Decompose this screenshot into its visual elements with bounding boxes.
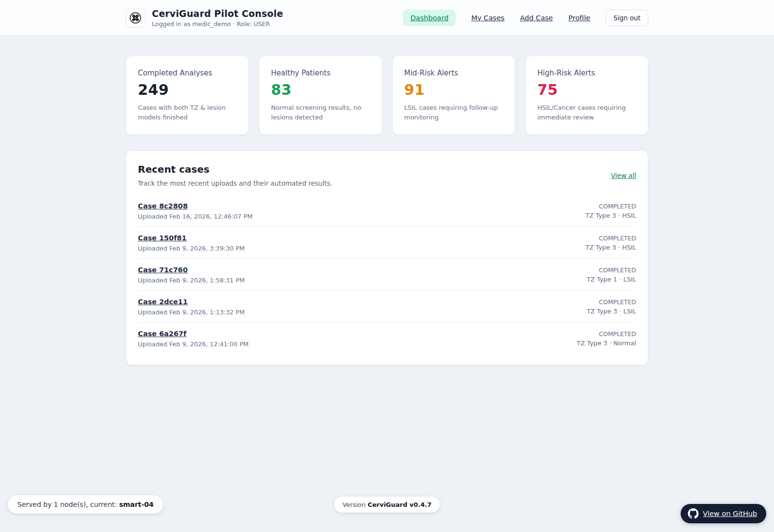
case-result: TZ Type 1 · LSIL	[587, 276, 636, 283]
case-status: COMPLETED	[585, 203, 636, 210]
case-row: Case 8c2808 Uploaded Feb 16, 2026, 12:46…	[138, 195, 636, 227]
stat-card-mid-risk-alerts: Mid-Risk Alerts 91 LSIL cases requiring …	[392, 56, 515, 135]
case-row: Case 2dce11 Uploaded Feb 9, 2026, 1:13:3…	[138, 291, 636, 323]
stat-label: Completed Analyses	[138, 69, 237, 77]
stat-card-completed-analyses: Completed Analyses 249 Cases with both T…	[126, 56, 249, 135]
case-uploaded-timestamp: Uploaded Feb 9, 2026, 12:41:00 PM	[138, 340, 249, 348]
case-list: Case 8c2808 Uploaded Feb 16, 2026, 12:46…	[138, 195, 636, 354]
case-row: Case 71c760 Uploaded Feb 9, 2026, 1:58:3…	[138, 259, 636, 291]
case-result: TZ Type 3 · LSIL	[587, 308, 636, 315]
version-label: Version	[342, 501, 368, 508]
case-result-block: COMPLETED TZ Type 3 · HSIL	[585, 235, 636, 251]
node-status-text: Served by 1 node(s), current:	[17, 501, 119, 508]
recent-cases-heading-group: Recent cases Track the most recent uploa…	[138, 163, 332, 187]
recent-cases-panel: Recent cases Track the most recent uploa…	[126, 150, 648, 365]
case-result: TZ Type 3 · Normal	[577, 340, 636, 347]
case-result-block: COMPLETED TZ Type 3 · LSIL	[587, 298, 636, 315]
stat-value: 91	[404, 81, 503, 98]
brand-text: CerviGuard Pilot Console Logged in as me…	[152, 8, 283, 28]
version-pill: Version CerviGuard v0.4.7	[334, 497, 440, 513]
case-info: Case 6a267f Uploaded Feb 9, 2026, 12:41:…	[138, 329, 249, 348]
case-result-block: COMPLETED TZ Type 1 · LSIL	[587, 266, 636, 283]
nav-dashboard[interactable]: Dashboard	[403, 10, 456, 26]
login-status: Logged in as medic_demo · Role: USER	[152, 20, 283, 28]
stat-description: Normal screening results, no lesions det…	[271, 103, 370, 122]
nav-add-case[interactable]: Add Case	[520, 14, 553, 22]
case-link[interactable]: Case 150f81	[138, 234, 187, 242]
case-info: Case 150f81 Uploaded Feb 9, 2026, 3:39:3…	[138, 233, 245, 252]
version-value: CerviGuard v0.4.7	[368, 501, 432, 508]
case-link[interactable]: Case 2dce11	[138, 298, 188, 306]
case-result-block: COMPLETED TZ Type 3 · Normal	[577, 330, 636, 347]
stat-description: LSIL cases requiring follow-up monitorin…	[404, 103, 503, 122]
case-uploaded-timestamp: Uploaded Feb 9, 2026, 1:58:31 PM	[138, 277, 245, 284]
github-icon	[688, 508, 699, 519]
stat-description: Cases with both TZ & lesion models finis…	[138, 103, 237, 122]
case-result: TZ Type 3 · HSIL	[585, 244, 636, 251]
case-uploaded-timestamp: Uploaded Feb 16, 2026, 12:46:07 PM	[138, 213, 253, 220]
node-name: smart-04	[119, 501, 153, 508]
clover-icon	[129, 12, 142, 24]
stat-value: 75	[537, 81, 636, 98]
recent-cases-subtitle: Track the most recent uploads and their …	[138, 179, 332, 187]
case-result: TZ Type 3 · HSIL	[585, 212, 636, 219]
brand: CerviGuard Pilot Console Logged in as me…	[126, 8, 283, 28]
main-nav: Dashboard My Cases Add Case Profile Sign…	[403, 10, 648, 26]
sign-out-button[interactable]: Sign out	[606, 10, 648, 26]
case-status: COMPLETED	[585, 235, 636, 242]
stat-label: Mid-Risk Alerts	[404, 69, 503, 77]
stat-label: Healthy Patients	[271, 69, 370, 77]
view-all-link[interactable]: View all	[611, 172, 636, 179]
case-status: COMPLETED	[577, 330, 636, 338]
stats-grid: Completed Analyses 249 Cases with both T…	[126, 36, 648, 135]
app-header: CerviGuard Pilot Console Logged in as me…	[0, 0, 774, 36]
case-link[interactable]: Case 71c760	[138, 266, 188, 274]
case-info: Case 2dce11 Uploaded Feb 9, 2026, 1:13:3…	[138, 297, 245, 316]
case-info: Case 8c2808 Uploaded Feb 16, 2026, 12:46…	[138, 201, 253, 220]
stat-card-healthy-patients: Healthy Patients 83 Normal screening res…	[259, 56, 382, 135]
nav-profile[interactable]: Profile	[568, 14, 590, 22]
case-uploaded-timestamp: Uploaded Feb 9, 2026, 3:39:30 PM	[138, 245, 245, 252]
recent-cases-title: Recent cases	[138, 163, 332, 175]
recent-cases-header: Recent cases Track the most recent uploa…	[138, 163, 636, 187]
case-link[interactable]: Case 8c2808	[138, 202, 188, 210]
app-logo	[126, 8, 145, 28]
stat-value: 83	[271, 81, 370, 98]
stat-label: High-Risk Alerts	[537, 69, 636, 77]
case-link[interactable]: Case 6a267f	[138, 330, 186, 338]
case-info: Case 71c760 Uploaded Feb 9, 2026, 1:58:3…	[138, 265, 245, 284]
case-status: COMPLETED	[587, 266, 636, 274]
view-on-github-button[interactable]: View on GitHub	[681, 504, 766, 523]
page-title: CerviGuard Pilot Console	[152, 8, 283, 19]
stat-card-high-risk-alerts: High-Risk Alerts 75 HSIL/Cancer cases re…	[525, 56, 648, 135]
github-button-label: View on GitHub	[703, 510, 757, 517]
case-row: Case 150f81 Uploaded Feb 9, 2026, 3:39:3…	[138, 227, 636, 259]
case-row: Case 6a267f Uploaded Feb 9, 2026, 12:41:…	[138, 323, 636, 354]
nav-my-cases[interactable]: My Cases	[471, 14, 505, 22]
case-status: COMPLETED	[587, 298, 636, 306]
stat-description: HSIL/Cancer cases requiring immediate re…	[537, 103, 636, 122]
stat-value: 249	[138, 81, 237, 98]
case-uploaded-timestamp: Uploaded Feb 9, 2026, 1:13:32 PM	[138, 309, 245, 316]
node-status-pill: Served by 1 node(s), current: smart-04	[8, 495, 163, 514]
case-result-block: COMPLETED TZ Type 3 · HSIL	[585, 203, 636, 219]
main-content: Completed Analyses 249 Cases with both T…	[126, 36, 648, 365]
